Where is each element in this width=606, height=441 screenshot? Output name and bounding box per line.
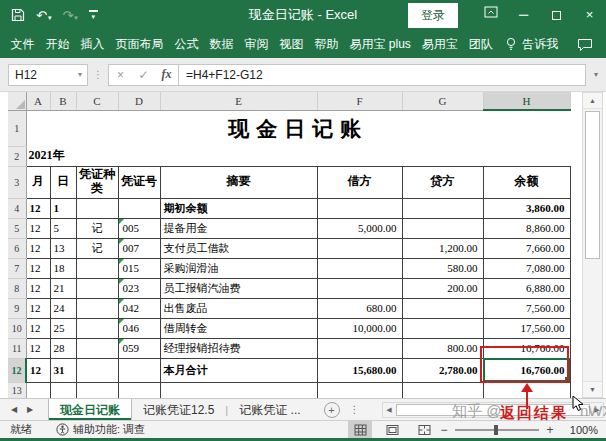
ribbon-tab-7[interactable]: 审阅 <box>239 30 274 58</box>
horizontal-scrollbar-thumb[interactable] <box>396 404 590 416</box>
ribbon-tab-9[interactable]: 帮助 <box>309 30 344 58</box>
cell-B3[interactable]: 日 <box>50 166 76 198</box>
cell-D9[interactable]: 042 <box>118 298 160 318</box>
column-header-F[interactable]: F <box>317 92 402 110</box>
sheet-tab-3[interactable]: 记账凭证 ... <box>228 399 311 420</box>
cell-G5[interactable] <box>402 218 483 238</box>
scroll-right-button[interactable]: ▶ <box>591 406 603 414</box>
cell-F8[interactable] <box>317 278 402 298</box>
save-button[interactable] <box>11 8 25 22</box>
column-header-A[interactable]: A <box>26 92 50 110</box>
cell-G6[interactable]: 1,200.00 <box>402 238 483 258</box>
cell-F12[interactable]: 15,680.00 <box>317 358 402 382</box>
cell-C5[interactable]: 记 <box>76 218 118 238</box>
cell-G13[interactable] <box>402 382 483 398</box>
cell-A12[interactable]: 12 <box>26 358 50 382</box>
cell-B12[interactable]: 31 <box>50 358 76 382</box>
row-header-7[interactable]: 7 <box>8 258 26 278</box>
select-all-button[interactable] <box>8 92 26 110</box>
cell-D11[interactable]: 059 <box>118 338 160 358</box>
cell-A7[interactable]: 12 <box>26 258 50 278</box>
maximize-button[interactable] <box>540 0 573 30</box>
cell-B10[interactable]: 25 <box>50 318 76 338</box>
cell-E11[interactable]: 经理报销招待费 <box>160 338 317 358</box>
cell-B4[interactable]: 1 <box>50 198 76 218</box>
cell-G4[interactable] <box>402 198 483 218</box>
cell-G8[interactable]: 200.00 <box>402 278 483 298</box>
cell-C8[interactable] <box>76 278 118 298</box>
cell-E5[interactable]: 提备用金 <box>160 218 317 238</box>
cell-H4[interactable]: 3,860.00 <box>483 198 570 218</box>
row-header-5[interactable]: 5 <box>8 218 26 238</box>
sheet-tab-overflow[interactable]: ⋮ <box>350 399 360 420</box>
scroll-up-button[interactable]: ▲ <box>583 93 602 109</box>
cell-H10[interactable]: 17,560.00 <box>483 318 570 338</box>
redo-button[interactable]: ↷▾ <box>62 9 77 22</box>
formula-input[interactable]: =H4+F12-G12 <box>178 64 586 86</box>
cell-D3[interactable]: 凭证号 <box>118 166 160 198</box>
cell-C6[interactable]: 记 <box>76 238 118 258</box>
page-layout-view-button[interactable] <box>380 421 404 438</box>
tell-me-button[interactable]: 告诉我 <box>505 36 558 53</box>
cell-B13[interactable] <box>50 382 76 398</box>
cell-F13[interactable] <box>317 382 402 398</box>
cell-B11[interactable]: 28 <box>50 338 76 358</box>
ribbon-tab-6[interactable]: 数据 <box>204 30 239 58</box>
cell-C7[interactable] <box>76 258 118 278</box>
cell-G12[interactable]: 2,780.00 <box>402 358 483 382</box>
sheet-tab-2[interactable]: 记账凭证12.5 <box>132 399 225 420</box>
cell-C9[interactable] <box>76 298 118 318</box>
scroll-left-button[interactable]: ◀ <box>383 406 395 414</box>
cell-D6[interactable]: 007 <box>118 238 160 258</box>
undo-button[interactable]: ↶▾ <box>36 9 51 22</box>
cell-E6[interactable]: 支付员工借款 <box>160 238 317 258</box>
cell-H11[interactable]: 16,760.00 <box>483 338 570 358</box>
ribbon-tab-5[interactable]: 公式 <box>169 30 204 58</box>
ribbon-tab-2[interactable]: 开始 <box>40 30 75 58</box>
cell-G9[interactable] <box>402 298 483 318</box>
zoom-level[interactable]: 100% <box>558 424 598 436</box>
cell-A6[interactable]: 12 <box>26 238 50 258</box>
cell-G3[interactable]: 贷方 <box>402 166 483 198</box>
normal-view-button[interactable] <box>348 421 372 438</box>
cell-B6[interactable]: 13 <box>50 238 76 258</box>
cell-F7[interactable] <box>317 258 402 278</box>
cell-F3[interactable]: 借方 <box>317 166 402 198</box>
ribbon-tab-10[interactable]: 易用宝 plus <box>344 30 416 58</box>
cell-F9[interactable]: 680.00 <box>317 298 402 318</box>
insert-function-button[interactable]: fx <box>155 67 178 82</box>
cell-B9[interactable]: 24 <box>50 298 76 318</box>
sheet-nav-right-button[interactable]: ▶ <box>22 399 38 420</box>
column-header-B[interactable]: B <box>50 92 76 110</box>
cell-D8[interactable]: 023 <box>118 278 160 298</box>
scroll-down-button[interactable]: ▼ <box>583 381 602 397</box>
enter-button[interactable]: ✓ <box>132 68 155 82</box>
sheet-nav-left-button[interactable]: ◀ <box>6 399 22 420</box>
cancel-button[interactable]: × <box>109 68 132 82</box>
row-header-11[interactable]: 11 <box>8 338 26 358</box>
ribbon-tab-8[interactable]: 视图 <box>274 30 309 58</box>
customize-qat-button[interactable]: ▾ <box>89 10 98 20</box>
cell-C12[interactable] <box>76 358 118 382</box>
cell-H5[interactable]: 8,860.00 <box>483 218 570 238</box>
ribbon-display-options-button[interactable] <box>474 0 507 30</box>
row-header-1[interactable]: 1 <box>8 110 26 146</box>
cell-F6[interactable] <box>317 238 402 258</box>
cell-A10[interactable]: 12 <box>26 318 50 338</box>
cell-A3[interactable]: 月 <box>26 166 50 198</box>
row-header-8[interactable]: 8 <box>8 278 26 298</box>
cell-H7[interactable]: 7,080.00 <box>483 258 570 278</box>
cell-B5[interactable]: 5 <box>50 218 76 238</box>
cell-F5[interactable]: 5,000.00 <box>317 218 402 238</box>
cell-D7[interactable]: 015 <box>118 258 160 278</box>
cell-A9[interactable]: 12 <box>26 298 50 318</box>
cell-H13[interactable] <box>483 382 570 398</box>
cell-A11[interactable]: 12 <box>26 338 50 358</box>
cell-D10[interactable]: 046 <box>118 318 160 338</box>
ribbon-tab-12[interactable]: 团队 <box>463 30 498 58</box>
cell-C13[interactable] <box>76 382 118 398</box>
zoom-in-button[interactable]: + <box>542 423 558 437</box>
cell-F4[interactable] <box>317 198 402 218</box>
cell-G7[interactable]: 580.00 <box>402 258 483 278</box>
cell-H6[interactable]: 7,660.00 <box>483 238 570 258</box>
